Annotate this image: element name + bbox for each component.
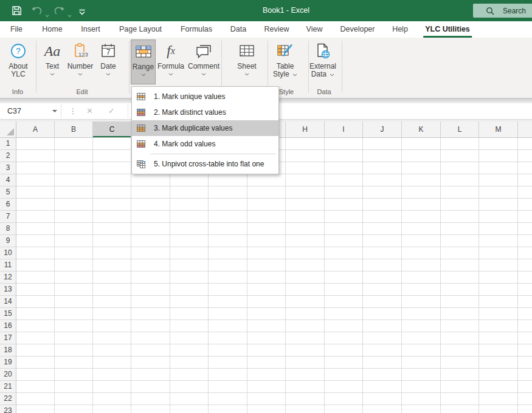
table-style-button[interactable]: Table Style: [269, 39, 302, 86]
menu-item-mark-odd-values[interactable]: 4. Mark odd values: [132, 136, 278, 152]
gridline: [16, 222, 532, 223]
gridline: [16, 392, 532, 393]
external-data-button[interactable]: External Data: [306, 39, 340, 86]
excel-window: Book1 - Excel Search FileHomeInsertPage …: [0, 0, 532, 413]
gridline: [285, 138, 286, 413]
formula-button[interactable]: fx Formula: [156, 39, 185, 86]
select-all-button[interactable]: [0, 121, 16, 137]
tab-page-layout[interactable]: Page Layout: [117, 21, 164, 36]
row-header-7[interactable]: 7: [0, 211, 16, 223]
row-header-1[interactable]: 1: [0, 138, 16, 150]
row-header-19[interactable]: 19: [0, 357, 16, 369]
chevron-down-icon: [106, 73, 111, 76]
row-header-18[interactable]: 18: [0, 344, 16, 357]
chevron-down-icon: [141, 73, 146, 77]
menu-item-mark-duplicate-values[interactable]: 3. Mark duplicate values: [132, 120, 278, 136]
column-header-n[interactable]: N: [518, 121, 532, 137]
row-header-12[interactable]: 12: [0, 271, 16, 284]
row-header-22[interactable]: 22: [0, 393, 16, 405]
enter-button[interactable]: ✓: [108, 103, 115, 119]
row-header-10[interactable]: 10: [0, 247, 16, 259]
comment-button[interactable]: Comment: [186, 39, 221, 86]
gridline: [247, 138, 247, 413]
range-button[interactable]: Range: [131, 39, 156, 84]
row-header-17[interactable]: 17: [0, 332, 16, 344]
gridline: [16, 380, 532, 381]
gridline: [16, 332, 532, 332]
tab-developer[interactable]: Developer: [339, 21, 377, 36]
row-header-14[interactable]: 14: [0, 296, 16, 308]
tab-view[interactable]: View: [305, 21, 325, 36]
column-header-k[interactable]: K: [402, 121, 441, 137]
column-header-l[interactable]: L: [441, 121, 479, 137]
tab-formulas[interactable]: Formulas: [179, 21, 214, 36]
group-label-info: Info: [12, 88, 23, 95]
gridline: [131, 138, 131, 413]
row-header-9[interactable]: 9: [0, 235, 16, 247]
cancel-button[interactable]: ✕: [86, 103, 93, 119]
svg-text:7: 7: [106, 48, 111, 56]
row-header-3[interactable]: 3: [0, 162, 16, 174]
sheet-button[interactable]: Sheet: [231, 39, 263, 86]
tab-data[interactable]: Data: [229, 21, 248, 36]
row-header-11[interactable]: 11: [0, 259, 16, 271]
row-header-13[interactable]: 13: [0, 284, 16, 296]
row-header-16[interactable]: 16: [0, 320, 16, 332]
name-box[interactable]: C37: [7, 103, 21, 119]
column-header-m[interactable]: M: [479, 121, 518, 137]
divider: [128, 104, 128, 118]
tab-home[interactable]: Home: [40, 21, 64, 36]
unpivot-icon: [136, 159, 146, 169]
gridline: [16, 319, 532, 320]
gridline: [16, 259, 532, 259]
gridline: [16, 210, 532, 211]
column-header-h[interactable]: H: [286, 121, 325, 137]
fx-icon: fx: [167, 39, 175, 63]
column-header-a[interactable]: A: [16, 121, 55, 137]
row-header-15[interactable]: 15: [0, 308, 16, 320]
table-style-pencil-icon: [277, 39, 294, 63]
chevron-down-icon: [292, 73, 297, 77]
tab-insert[interactable]: Insert: [79, 21, 102, 36]
name-box-dropdown-icon[interactable]: [52, 110, 57, 112]
row-header-8[interactable]: 8: [0, 223, 16, 235]
table-odd-icon: [136, 139, 146, 149]
number-button[interactable]: 123 Number: [65, 39, 95, 86]
row-header-6[interactable]: 6: [0, 199, 16, 211]
search-box[interactable]: Search: [473, 4, 532, 18]
group-divider: [221, 41, 222, 93]
column-header-b[interactable]: B: [55, 121, 93, 137]
about-ylc-button[interactable]: ? About YLC: [2, 39, 34, 86]
gridline: [170, 138, 170, 413]
group-label-edit: Edit: [77, 88, 88, 95]
sheet-grid[interactable]: 1234567891011121314151617181920212223: [0, 138, 532, 413]
date-button[interactable]: 7 Date: [95, 39, 122, 86]
row-header-23[interactable]: 23: [0, 405, 16, 413]
row-header-21[interactable]: 21: [0, 381, 16, 393]
chevron-down-icon: [201, 73, 206, 76]
gridline: [16, 198, 532, 199]
ribbon-tab-bar: FileHomeInsertPage LayoutFormulasDataRev…: [0, 21, 532, 38]
comment-bubble-icon: [195, 39, 213, 63]
row-header-5[interactable]: 5: [0, 186, 16, 199]
menu-item-unpivot-cross-table[interactable]: 5. Unpivot cross-table into flat one: [132, 156, 278, 172]
text-button[interactable]: Aa Text: [38, 39, 67, 86]
chevron-down-icon: [244, 73, 249, 76]
menu-item-mark-distinct-values[interactable]: 2. Mark distinct values: [132, 104, 278, 120]
column-header-j[interactable]: J: [363, 121, 402, 137]
row-header-4[interactable]: 4: [0, 174, 16, 186]
column-header-i[interactable]: I: [325, 121, 363, 137]
range-dropdown-menu: 1. Mark unique values 2. Mark distinct v…: [131, 86, 279, 174]
tab-ylc-utilities[interactable]: YLC Utilities: [423, 21, 472, 38]
gridline: [16, 307, 532, 308]
menu-item-mark-unique-values[interactable]: 1. Mark unique values: [132, 89, 278, 104]
tab-file[interactable]: File: [9, 21, 24, 36]
formula-bar-resize-handle[interactable]: ⋮: [69, 103, 77, 119]
row-header-20[interactable]: 20: [0, 369, 16, 381]
tab-help[interactable]: Help: [390, 21, 410, 36]
column-header-c[interactable]: C: [93, 121, 131, 137]
tab-review[interactable]: Review: [263, 21, 291, 36]
gridline: [16, 186, 532, 186]
row-header-2[interactable]: 2: [0, 150, 16, 162]
gridline: [92, 138, 93, 413]
